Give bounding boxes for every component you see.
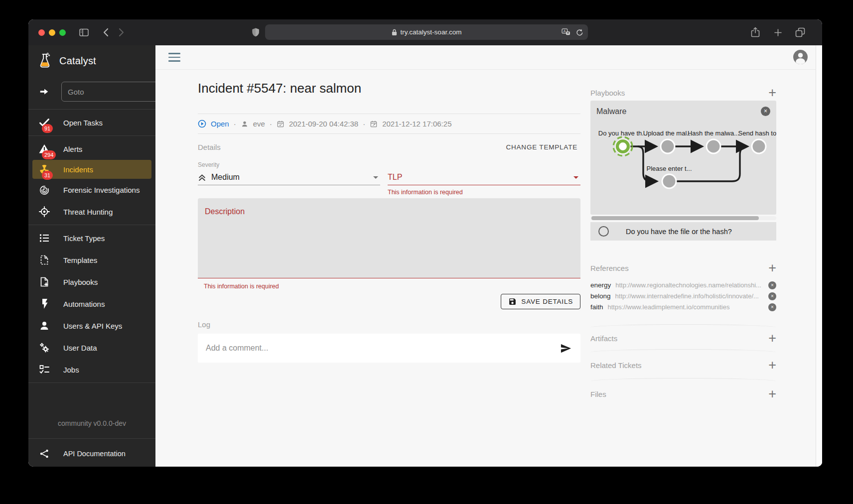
app-bar (155, 45, 822, 70)
details-header-row: Details CHANGE TEMPLATE (198, 140, 580, 153)
forward-icon[interactable] (115, 25, 129, 39)
share-icon[interactable] (748, 25, 762, 39)
sidebar-item-ticket-types[interactable]: Ticket Types (28, 227, 155, 249)
playbook-task-row[interactable]: Do you have the file or the hash? (590, 222, 776, 241)
related-tickets-header: Related Tickets + (590, 359, 776, 371)
references-list: energy http://www.regionaltechnologies.n… (590, 281, 776, 311)
scrollbar-gutter[interactable] (816, 45, 822, 467)
crosshair-icon (38, 206, 50, 218)
add-file-icon[interactable]: + (768, 389, 776, 399)
lock-icon (392, 29, 397, 36)
account-icon[interactable] (793, 49, 808, 65)
play-circle-icon[interactable] (198, 120, 206, 128)
divider (590, 378, 776, 384)
save-details-button[interactable]: SAVE DETAILS (501, 294, 580, 309)
sidebar-item-forensic-investigations[interactable]: Forensic Investigations (28, 179, 155, 201)
sidebar-item-label: Threat Hunting (63, 208, 113, 216)
tlp-select[interactable]: TLP (388, 170, 580, 184)
add-artifact-icon[interactable]: + (768, 333, 776, 343)
sidebar-item-user-data[interactable]: User Data (28, 337, 155, 359)
sidebar-item-alerts[interactable]: 294 Alerts (28, 138, 155, 160)
files-header: Files + (590, 388, 776, 400)
created-calendar-icon (277, 120, 284, 128)
lightning-icon (38, 298, 50, 310)
reference-row: belong http://www.internalredefine.info/… (590, 292, 776, 300)
reference-url[interactable]: https://www.leadimplement.io/communities (608, 303, 765, 311)
status-row: Open · eve · 2021-09-20 04:42:38 · (198, 114, 580, 134)
reference-name: belong (590, 292, 611, 300)
severity-select[interactable]: Medium (198, 170, 380, 184)
save-details-label: SAVE DETAILS (521, 298, 573, 305)
node-label: Please enter t... (646, 165, 692, 172)
address-bar[interactable]: try.catalyst-soar.com A (265, 24, 588, 40)
add-playbook-icon[interactable]: + (768, 88, 776, 98)
sidebar-item-jobs[interactable]: Jobs (28, 359, 155, 380)
sidebar-item-users-api-keys[interactable]: Users & API Keys (28, 315, 155, 337)
save-floppy-icon (508, 297, 517, 306)
reload-icon[interactable] (575, 28, 583, 36)
playbook-workflow-graph[interactable]: Do you have th... Upload the mal... Hash… (590, 120, 776, 214)
goto-arrow-icon (38, 86, 50, 98)
list-icon (38, 232, 50, 244)
back-icon[interactable] (99, 25, 113, 39)
status-label[interactable]: Open (211, 120, 229, 128)
brand: Catalyst (28, 45, 155, 76)
modified-timestamp: 2021-12-12 17:06:25 (382, 120, 451, 128)
sidebar-item-label: Open Tasks (63, 119, 103, 127)
privacy-shield-icon[interactable] (249, 25, 263, 39)
references-header: References + (590, 262, 776, 274)
sidebar-item-open-tasks[interactable]: 91 Open Tasks (28, 112, 155, 133)
new-tab-icon[interactable] (771, 25, 785, 39)
fingerprint-icon (38, 184, 50, 196)
reference-url[interactable]: http://www.internalredefine.info/holisti… (615, 292, 765, 300)
node-label: Do you have th... (598, 129, 647, 137)
sidebar-item-automations[interactable]: Automations (28, 293, 155, 315)
reference-row: energy http://www.regionaltechnologies.n… (590, 281, 776, 289)
node-label: Upload the mal... (643, 129, 692, 137)
menu-icon[interactable] (168, 53, 180, 62)
description-placeholder: Description (205, 207, 245, 216)
tlp-underline (388, 185, 580, 185)
open-tasks-badge: 91 (42, 124, 53, 133)
sidebar-item-playbooks[interactable]: Playbooks (28, 271, 155, 293)
remove-reference-icon[interactable]: × (768, 281, 776, 289)
gears-icon (38, 342, 50, 354)
remove-reference-icon[interactable]: × (768, 292, 776, 300)
artifacts-header: Artifacts + (590, 332, 776, 344)
sidebar-spacer (28, 385, 155, 412)
sidebar-item-incidents[interactable]: 31 Incidents (32, 160, 151, 179)
send-icon[interactable] (560, 343, 571, 354)
sidebar-item-api-documentation[interactable]: API Documentation (28, 441, 155, 467)
tlp-label: TLP (388, 173, 402, 182)
ticket-side-column: Playbooks + Malware × (590, 70, 776, 466)
add-reference-icon[interactable]: + (768, 263, 776, 273)
playbook-scrollbar-track (590, 216, 776, 220)
severity-underline (198, 185, 380, 185)
divider (28, 382, 155, 383)
reference-url[interactable]: http://www.regionaltechnologies.name/rel… (615, 281, 765, 289)
tab-overview-icon[interactable] (793, 25, 807, 39)
sidebar-toggle-icon[interactable] (77, 25, 91, 39)
remove-reference-icon[interactable]: × (768, 303, 776, 311)
sidebar-item-threat-hunting[interactable]: Threat Hunting (28, 201, 155, 223)
toolbar-right (748, 25, 807, 39)
add-related-ticket-icon[interactable]: + (768, 360, 776, 370)
zoom-window-button[interactable] (59, 29, 66, 36)
close-window-button[interactable] (38, 29, 45, 36)
translate-icon[interactable]: A (562, 28, 570, 36)
task-radio-icon[interactable] (598, 226, 609, 237)
comment-input[interactable] (198, 344, 560, 353)
playbooks-heading: Playbooks (590, 89, 625, 97)
goto-row (28, 76, 155, 107)
minimize-window-button[interactable] (49, 29, 55, 36)
artifacts-heading: Artifacts (590, 334, 617, 343)
sidebar-item-templates[interactable]: Templates (28, 249, 155, 271)
radiation-icon: 31 (38, 163, 50, 175)
chevron-down-icon (573, 176, 578, 179)
playbook-scrollbar-thumb[interactable] (591, 216, 759, 220)
playbook-card-malware: Malware × Do you (590, 101, 776, 215)
ticket-page: Incident #5547: near salmon Open · eve · (155, 70, 822, 466)
description-textarea[interactable]: Description (198, 198, 580, 278)
change-template-button[interactable]: CHANGE TEMPLATE (503, 143, 580, 151)
close-icon[interactable]: × (761, 107, 770, 116)
